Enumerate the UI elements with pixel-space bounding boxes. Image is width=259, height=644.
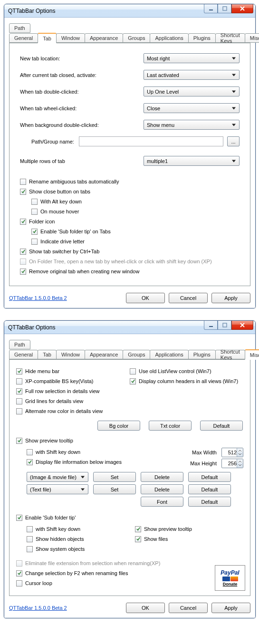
browse-button[interactable]: ... — [227, 136, 240, 146]
tab-misc[interactable]: Misc. — [245, 349, 259, 360]
max-height-spinner[interactable]: 256 — [221, 459, 243, 468]
tab-general[interactable]: General — [9, 350, 38, 359]
old-listview-checkbox[interactable] — [130, 368, 136, 375]
minimize-button[interactable] — [204, 321, 218, 330]
sub-hidden-checkbox[interactable] — [27, 536, 33, 542]
sub-system-label: Show system objects — [36, 546, 85, 552]
tab-shortcut-keys[interactable]: Shortcut Keys — [215, 33, 245, 43]
maximize-button[interactable] — [218, 4, 231, 13]
tab-path[interactable]: Path — [9, 23, 30, 33]
tab-plugins[interactable]: Plugins — [188, 33, 216, 43]
enable-subtip-label: Enable 'Sub folder tip' on Tabs — [40, 229, 111, 234]
after-close-label: After current tab closed, activate: — [20, 72, 144, 78]
enable-subfolder-checkbox[interactable] — [16, 515, 22, 521]
with-alt-label: With Alt key down — [40, 199, 82, 204]
new-tab-location-select[interactable]: Most right — [144, 53, 240, 63]
version-link[interactable]: QTTabBar 1.5.0.0 Beta 2 — [9, 605, 67, 611]
titlebar[interactable]: QTTabBar Options — [4, 321, 255, 334]
max-width-spinner[interactable]: 512 — [221, 448, 243, 457]
default-colors-button[interactable]: Default — [200, 421, 243, 431]
tab-tab[interactable]: Tab — [38, 350, 57, 359]
titlebar[interactable]: QTTabBar Options — [4, 4, 255, 18]
xp-compat-label: XP-compatibile BS key(Vista) — [25, 378, 93, 384]
grid-lines-checkbox[interactable] — [16, 398, 22, 404]
ok-button[interactable]: OK — [126, 293, 165, 303]
tab-window[interactable]: Window — [56, 33, 85, 43]
after-close-select[interactable]: Last activated — [144, 70, 240, 80]
close-button[interactable] — [231, 321, 253, 330]
tab-applications[interactable]: Applications — [150, 33, 188, 43]
tab-path[interactable]: Path — [9, 340, 30, 349]
font-button[interactable]: Font — [141, 497, 183, 507]
f2-sel-label: Change selection by F2 when renaming fil… — [25, 570, 128, 576]
rename-ambig-checkbox[interactable] — [20, 179, 26, 185]
sub-preview-checkbox[interactable] — [135, 526, 141, 532]
window-title: QTTabBar Options — [8, 8, 55, 14]
bgcolor-button[interactable]: Bg color — [97, 421, 140, 431]
img-delete-button[interactable]: Delete — [141, 472, 183, 482]
max-height-label: Max Height — [190, 461, 217, 466]
tab-misc[interactable]: Misc. — [245, 33, 259, 43]
tab-tab[interactable]: Tab — [38, 33, 57, 43]
sub-files-checkbox[interactable] — [135, 536, 141, 542]
close-button[interactable] — [231, 4, 253, 13]
indicate-drive-checkbox[interactable] — [31, 239, 38, 245]
show-close-checkbox[interactable] — [20, 189, 26, 195]
tab-wheelclick-select[interactable]: Close — [144, 103, 240, 113]
alt-row-checkbox[interactable] — [16, 408, 22, 414]
cancel-button[interactable]: Cancel — [169, 603, 208, 613]
minimize-button[interactable] — [204, 4, 218, 13]
tab-applications[interactable]: Applications — [150, 350, 188, 359]
tab-shortcut-keys[interactable]: Shortcut Keys — [215, 350, 245, 359]
apply-button[interactable]: Apply — [211, 603, 250, 613]
txt-default-button[interactable]: Default — [188, 484, 231, 494]
tab-appearance[interactable]: Appearance — [85, 33, 123, 43]
tab-appearance[interactable]: Appearance — [85, 350, 123, 359]
cursor-loop-checkbox[interactable] — [16, 580, 22, 586]
full-row-checkbox[interactable] — [16, 388, 22, 394]
txtcolor-button[interactable]: Txt color — [149, 421, 192, 431]
tab-doubleclick-select[interactable]: Up One Level — [144, 87, 240, 96]
folder-icon-label: Folder icon — [29, 219, 55, 224]
tab-groups[interactable]: Groups — [123, 350, 150, 359]
txt-delete-button[interactable]: Delete — [141, 484, 183, 494]
tab-groups[interactable]: Groups — [123, 33, 150, 43]
multi-rows-select[interactable]: multiple1 — [144, 156, 240, 166]
tab-window[interactable]: Window — [56, 350, 85, 359]
remove-orig-checkbox[interactable] — [20, 269, 26, 275]
switcher-checkbox[interactable] — [20, 249, 26, 255]
img-set-button[interactable]: Set — [93, 472, 136, 482]
text-file-select[interactable]: (Text file) — [27, 484, 88, 494]
ok-button[interactable]: OK — [126, 603, 165, 613]
show-preview-checkbox[interactable] — [16, 438, 22, 444]
image-file-select[interactable]: (Image & movie file) — [27, 472, 88, 482]
cancel-button[interactable]: Cancel — [169, 293, 208, 303]
version-link[interactable]: QTTabBar 1.5.0.0 Beta 2 — [9, 295, 67, 301]
tab-general[interactable]: General — [9, 33, 38, 43]
window-tab-options: QTTabBar Options Path General Tab Window… — [4, 4, 256, 308]
sub-shift-checkbox[interactable] — [27, 526, 33, 532]
folder-icon-checkbox[interactable] — [20, 219, 26, 225]
f2-sel-checkbox[interactable] — [16, 570, 22, 577]
path-group-label: Path/Group name: — [31, 139, 79, 144]
img-default-button[interactable]: Default — [188, 472, 231, 482]
path-group-input[interactable] — [79, 136, 223, 146]
apply-button[interactable]: Apply — [211, 293, 250, 303]
enable-subtip-checkbox[interactable] — [31, 229, 38, 235]
with-alt-checkbox[interactable] — [31, 199, 38, 205]
bg-doubleclick-select[interactable]: Show menu — [144, 120, 240, 130]
file-info-checkbox[interactable] — [27, 459, 33, 465]
sub-system-checkbox[interactable] — [27, 546, 33, 552]
txt-set-button[interactable]: Set — [93, 484, 136, 494]
on-hover-checkbox[interactable] — [31, 209, 38, 215]
preview-shift-checkbox[interactable] — [27, 449, 33, 455]
hide-menu-checkbox[interactable] — [16, 368, 22, 375]
enable-subfolder-label: Enable 'Sub folder tip' — [25, 515, 76, 520]
donate-button[interactable]: PayPal Donate — [215, 565, 245, 591]
col-headers-checkbox[interactable] — [130, 378, 136, 384]
show-preview-label: Show preview tooltip — [25, 438, 73, 443]
maximize-button[interactable] — [218, 321, 231, 330]
font-default-button[interactable]: Default — [188, 497, 231, 507]
tab-plugins[interactable]: Plugins — [188, 350, 216, 359]
xp-compat-checkbox[interactable] — [16, 378, 22, 384]
